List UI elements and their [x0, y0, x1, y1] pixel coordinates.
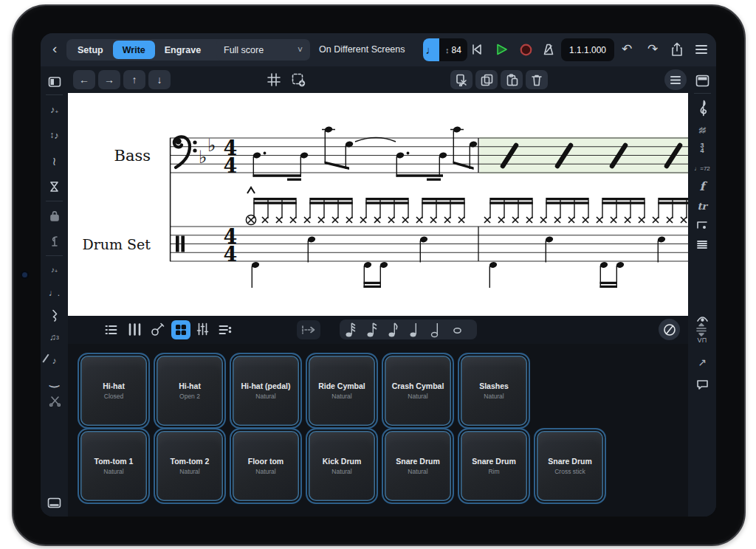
paste-button[interactable]: [501, 70, 523, 89]
record-button[interactable]: [520, 44, 532, 59]
grid-button[interactable]: [267, 73, 281, 86]
pad-snare-cross-stick[interactable]: Snare Drum Cross stick: [534, 428, 606, 504]
nav-left-button[interactable]: ←: [73, 70, 95, 89]
top-toolbar: ‹ Setup Write Engrave Play Full score ˅ …: [41, 33, 716, 66]
pad-floor-tom[interactable]: Floor tom Natural: [230, 428, 302, 504]
rest-tool[interactable]: [41, 307, 68, 323]
panel-tab-options[interactable]: [219, 325, 232, 335]
pad-tomtom-1[interactable]: Tom-tom 1 Natural: [78, 428, 150, 504]
pad-ride-cymbal[interactable]: Ride Cymbal Natural: [306, 353, 378, 429]
menu-button[interactable]: [695, 44, 708, 55]
copy-button[interactable]: [475, 70, 498, 89]
plus-badge-icon: +: [55, 269, 58, 274]
tab-setup[interactable]: Setup: [68, 41, 113, 59]
panel-repeats[interactable]: [688, 217, 716, 233]
drum-staff-lines: [170, 227, 688, 261]
panel-tab-piano[interactable]: [128, 323, 142, 336]
arpeggio-tool[interactable]: ≀: [41, 153, 68, 169]
pad-technique: Natural: [255, 468, 275, 475]
panel-dynamics[interactable]: f: [688, 178, 716, 194]
score-area[interactable]: Bass Drum Set ♭ ♭ 44 44: [68, 93, 688, 316]
pad-slashes[interactable]: Slashes Natural: [458, 353, 530, 429]
pad-crash-cymbal[interactable]: Crash Cymbal Natural: [382, 353, 454, 429]
svg-text:4: 4: [224, 243, 238, 266]
pad-tomtom-2[interactable]: Tom-tom 2 Natural: [154, 428, 226, 504]
duration-16th[interactable]: [361, 320, 382, 339]
share-button[interactable]: [670, 42, 684, 57]
back-button[interactable]: ‹: [52, 41, 57, 57]
pad-snare-natural[interactable]: Snare Drum Natural: [382, 428, 454, 504]
tempo-widget[interactable]: ♩ ↕ 84: [423, 38, 467, 61]
insert-mode-tool[interactable]: [41, 233, 68, 249]
redo-button[interactable]: ↷: [647, 41, 658, 57]
respell-tool[interactable]: [41, 179, 68, 195]
note-quarter-icon: [408, 321, 421, 338]
undo-button[interactable]: ↶: [622, 41, 632, 57]
panel-bars[interactable]: [688, 236, 716, 252]
staff-label-drum-set[interactable]: Drum Set: [82, 236, 151, 252]
clamp-icon: [49, 235, 60, 248]
metronome-button[interactable]: [542, 43, 555, 56]
transpose-tool[interactable]: ↕♪: [41, 127, 68, 143]
duration-32nd[interactable]: [340, 320, 361, 339]
grace-slash-tool[interactable]: ♪: [41, 353, 68, 369]
nav-right-button[interactable]: →: [98, 70, 120, 89]
panel-tempo[interactable]: ♩=72: [688, 160, 716, 176]
app-screen: ‹ Setup Write Engrave Play Full score ˅ …: [41, 33, 716, 517]
rewind-button[interactable]: [470, 43, 484, 56]
view-options-button[interactable]: [664, 69, 687, 90]
paste-icon: [506, 74, 518, 86]
pad-technique: Closed: [104, 393, 123, 400]
panel-resize-handle[interactable]: [695, 322, 707, 337]
dotted-note-tool[interactable]: ♩.: [41, 285, 68, 301]
play-icon: [495, 44, 509, 55]
panel-time-signatures[interactable]: 34: [688, 140, 716, 156]
left-panel-toggle[interactable]: [41, 74, 68, 90]
keyboard-toggle[interactable]: [41, 494, 68, 511]
metronome-icon: [542, 43, 555, 56]
fermata-icon: [696, 314, 709, 322]
panel-tab-fretboard[interactable]: [151, 322, 165, 336]
pad-hihat-open2[interactable]: Hi-hat Open 2: [154, 353, 226, 429]
panel-clefs[interactable]: [688, 100, 716, 116]
hihat-notes[interactable]: [246, 187, 688, 225]
add-notes-tool[interactable]: ♪+: [41, 101, 68, 117]
delete-button[interactable]: [526, 70, 548, 89]
panel-comments[interactable]: [688, 376, 716, 393]
panel-tab-drum-pads[interactable]: [171, 320, 190, 339]
nav-up-button[interactable]: ↑: [123, 70, 145, 89]
scissors-tool[interactable]: [41, 393, 68, 409]
panel-ornaments[interactable]: tr: [688, 198, 716, 214]
play-button[interactable]: [495, 44, 509, 58]
add-bars-button[interactable]: [292, 73, 306, 87]
staff-label-bass[interactable]: Bass: [114, 147, 151, 165]
duration-whole[interactable]: [447, 320, 468, 339]
hamburger-menu-icon: [695, 44, 708, 55]
duration-quarter[interactable]: [404, 320, 425, 339]
duration-8th[interactable]: [382, 320, 404, 339]
tie-tool[interactable]: ‿: [41, 373, 68, 389]
panel-lines[interactable]: ↗: [688, 354, 716, 370]
nav-down-button[interactable]: ↓: [148, 70, 171, 89]
panel-key-signatures[interactable]: ♯♯: [688, 122, 716, 138]
cut-button[interactable]: [450, 70, 472, 89]
pad-kick-drum[interactable]: Kick Drum Natural: [306, 428, 378, 504]
panel-tab-instruments[interactable]: [105, 325, 117, 335]
duration-half[interactable]: [425, 320, 447, 339]
extend-selection-button[interactable]: [297, 320, 320, 339]
panel-tab-mixer[interactable]: [196, 322, 209, 336]
pad-snare-rim[interactable]: Snare Drum Rim: [458, 428, 530, 504]
layout-dropdown[interactable]: Full score ˅: [216, 39, 310, 61]
hourglass-icon: [49, 181, 59, 193]
tuplet-tool[interactable]: ♫3: [41, 329, 68, 345]
tab-engrave[interactable]: Engrave: [155, 41, 210, 59]
right-panel-toggle[interactable]: [688, 72, 716, 89]
pad-hihat-pedal[interactable]: Hi-hat (pedal) Natural: [230, 353, 302, 429]
pad-hihat-closed[interactable]: Hi-hat Closed: [78, 353, 150, 429]
note-whole-icon: [451, 321, 464, 338]
grace-note-tool[interactable]: ♪+: [41, 261, 68, 277]
lock-tool[interactable]: [41, 207, 68, 224]
tab-write[interactable]: Write: [113, 41, 155, 59]
tempo-stepper-icon[interactable]: ↕: [445, 46, 450, 55]
no-input-button[interactable]: [659, 319, 680, 340]
